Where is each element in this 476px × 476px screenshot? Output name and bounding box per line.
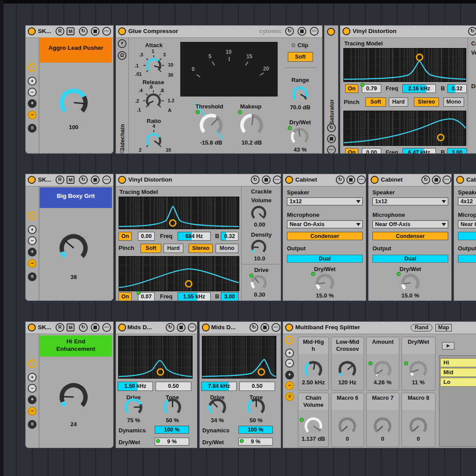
more-options-icon[interactable]: •••: [271, 323, 280, 332]
speaker-dropdown[interactable]: 1x12: [287, 197, 363, 205]
more-options-icon[interactable]: •••: [327, 145, 336, 154]
macro-knobs-icon[interactable]: [28, 359, 37, 368]
density-value[interactable]: 10.0: [254, 255, 265, 262]
hot-swap-icon[interactable]: ↻: [166, 323, 175, 332]
macro-knobs-icon[interactable]: [28, 63, 37, 72]
pinch-b-field[interactable]: 3.00: [221, 292, 238, 301]
save-preset-icon[interactable]: [177, 323, 186, 332]
save-preset-icon[interactable]: [298, 27, 306, 36]
macro-knob-3[interactable]: [374, 361, 391, 379]
output-button[interactable]: [458, 255, 476, 263]
device-activator[interactable]: [28, 324, 36, 331]
hot-swap-icon[interactable]: ↻: [336, 175, 345, 184]
device-activator[interactable]: [327, 28, 335, 36]
speaker-dropdown[interactable]: 4x12: [458, 197, 476, 205]
macro-value-3[interactable]: 4.26 %: [374, 379, 391, 386]
pinch-soft-button[interactable]: Soft: [365, 97, 386, 107]
device-activator[interactable]: [202, 324, 210, 331]
microphone-dropdown[interactable]: Near On-Axis: [287, 220, 363, 228]
save-preset-icon[interactable]: [260, 323, 269, 332]
macro-knob-5[interactable]: [305, 417, 322, 435]
headphones-icon[interactable]: Ω: [118, 51, 126, 60]
tracing-b-field[interactable]: 0.32: [221, 232, 238, 241]
graph-handle[interactable]: [157, 368, 164, 376]
stereo-button[interactable]: Stereo: [414, 97, 439, 107]
save-preset-icon[interactable]: [91, 323, 100, 332]
chain-list-icon[interactable]: ≡: [28, 272, 37, 281]
new-pad-icon[interactable]: +: [28, 395, 37, 404]
ratio-knob[interactable]: [146, 133, 161, 148]
pinch-b-field[interactable]: 3.00: [447, 148, 467, 154]
save-preset-icon[interactable]: [346, 175, 355, 184]
tracing-amount-field[interactable]: 0.79: [362, 84, 381, 93]
makeup-value[interactable]: 10.2 dB: [242, 139, 262, 146]
speaker-dropdown[interactable]: 1x12: [372, 197, 448, 205]
graph-handle[interactable]: [169, 219, 177, 227]
attack-knob[interactable]: [146, 58, 161, 73]
hot-swap-icon[interactable]: ↻: [468, 27, 476, 36]
tone-knob[interactable]: [247, 398, 265, 416]
more-options-icon[interactable]: •••: [102, 175, 111, 184]
show-devices-icon[interactable]: −: [285, 381, 294, 390]
tracing-freq-field[interactable]: 2.16 kHz: [402, 84, 436, 93]
device-activator[interactable]: [118, 176, 126, 184]
tracing-b-field[interactable]: 0.32: [447, 84, 467, 93]
chain-audition-button[interactable]: ▶: [442, 342, 454, 350]
show-devices-icon[interactable]: −: [28, 407, 37, 416]
device-activator[interactable]: [118, 324, 126, 331]
add-macro-icon[interactable]: +: [28, 225, 37, 234]
graph-handle[interactable]: [437, 134, 445, 141]
chain-title[interactable]: Hi End Enhancement: [40, 335, 112, 357]
saturator-collapsed[interactable]: Saturator ↻ •••: [324, 25, 338, 154]
drywet-knob[interactable]: [316, 274, 334, 292]
tone-value[interactable]: 50 %: [166, 417, 179, 424]
macro-value[interactable]: 38: [71, 274, 77, 280]
output-dual-button[interactable]: Dual: [372, 255, 448, 263]
new-pad-icon[interactable]: +: [285, 371, 294, 379]
pinch-amount-field[interactable]: 0.00: [362, 148, 381, 154]
more-options-icon[interactable]: •••: [102, 323, 111, 332]
pinch-on-button[interactable]: On: [345, 148, 358, 154]
stereo-button[interactable]: Stereo: [189, 244, 213, 253]
tracing-on-button[interactable]: On: [119, 232, 132, 241]
chain-list-icon[interactable]: ≡: [28, 124, 37, 133]
new-pad-icon[interactable]: +: [28, 99, 37, 108]
drive-knob[interactable]: [125, 398, 142, 416]
pinch-hard-button[interactable]: Hard: [389, 97, 408, 107]
pinch-freq-field[interactable]: 6.47 kHz: [402, 148, 436, 154]
drywet-value[interactable]: 15.0 %: [402, 292, 419, 299]
tracing-amount-field[interactable]: 0.00: [138, 232, 155, 241]
drive-value[interactable]: 0.30: [254, 291, 265, 298]
tracing-graph[interactable]: [343, 48, 466, 82]
sidechain-label[interactable]: Sidechain: [119, 98, 126, 151]
makeup-knob[interactable]: [240, 114, 263, 137]
save-preset-icon[interactable]: [262, 175, 271, 184]
drive-value[interactable]: 75 %: [127, 417, 140, 424]
show-devices-icon[interactable]: −: [28, 111, 37, 119]
volume-value[interactable]: 0.00: [254, 221, 265, 228]
hot-swap-icon[interactable]: ↻: [251, 175, 260, 184]
remove-macro-icon[interactable]: −: [28, 384, 37, 393]
save-preset-icon[interactable]: [91, 27, 100, 36]
tracing-on-button[interactable]: On: [345, 84, 358, 93]
pinch-on-button[interactable]: On: [119, 292, 132, 301]
chain-list-icon[interactable]: ≡: [285, 392, 294, 401]
soft-clip-button[interactable]: Soft: [288, 52, 313, 62]
range-value[interactable]: 70.0 dB: [290, 104, 310, 111]
drywet-value[interactable]: 15.0 %: [316, 292, 334, 299]
more-options-icon[interactable]: •••: [357, 175, 366, 184]
add-macro-icon[interactable]: +: [28, 77, 37, 86]
show-devices-icon[interactable]: −: [28, 259, 37, 268]
device-activator[interactable]: [371, 176, 379, 184]
chain-title[interactable]: Big Boxy Grit: [40, 187, 112, 208]
new-pad-icon[interactable]: +: [28, 248, 37, 257]
macro-value[interactable]: 24: [71, 421, 77, 428]
macro-value-5[interactable]: 1.137 dB: [301, 435, 325, 442]
device-activator[interactable]: [342, 27, 350, 35]
macro-knob-7[interactable]: [374, 417, 391, 435]
macro-value-1[interactable]: 2.50 kHz: [302, 379, 325, 386]
graph-handle[interactable]: [185, 280, 192, 288]
mono-button[interactable]: Mono: [443, 97, 464, 107]
more-options-icon[interactable]: •••: [443, 175, 451, 184]
macro-value[interactable]: 100: [69, 124, 78, 130]
